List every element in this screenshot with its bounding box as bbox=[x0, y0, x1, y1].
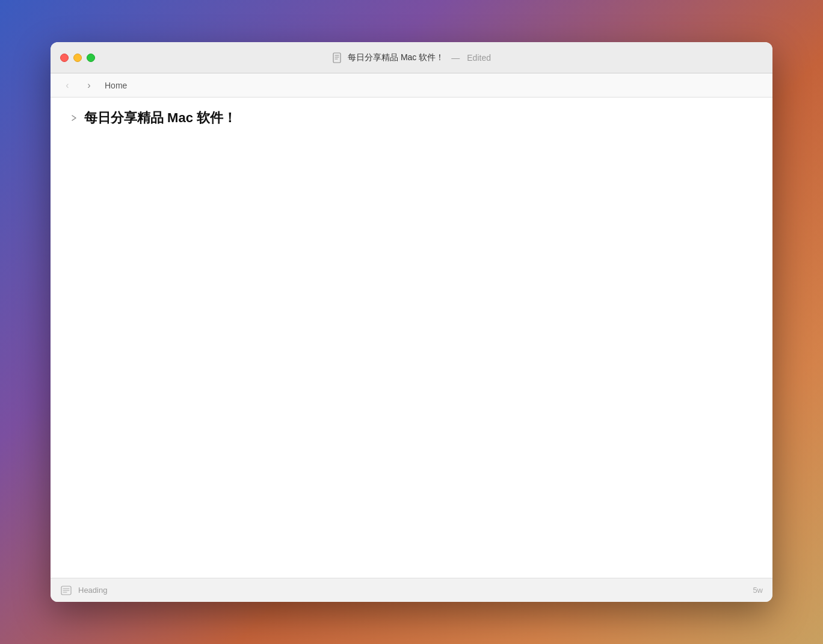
minimize-button[interactable] bbox=[73, 54, 82, 62]
forward-button[interactable]: › bbox=[81, 77, 97, 94]
window-title: 每日分享精品 Mac 软件！ bbox=[348, 52, 444, 63]
date-label: 5w bbox=[753, 586, 763, 595]
style-label: Heading bbox=[78, 586, 753, 595]
content-inner: 每日分享精品 Mac 软件！ bbox=[51, 98, 772, 139]
document-icon bbox=[332, 52, 343, 63]
titlebar-center: 每日分享精品 Mac 软件！ — Edited bbox=[332, 52, 491, 63]
navbar: ‹ › Home bbox=[51, 73, 772, 98]
maximize-button[interactable] bbox=[87, 54, 95, 62]
close-button[interactable] bbox=[60, 54, 69, 62]
forward-arrow-icon: › bbox=[87, 80, 90, 91]
traffic-lights bbox=[60, 54, 95, 62]
breadcrumb: Home bbox=[105, 81, 127, 90]
back-button[interactable]: ‹ bbox=[59, 77, 76, 94]
note-title[interactable]: 每日分享精品 Mac 软件！ bbox=[84, 110, 236, 127]
back-arrow-icon: ‹ bbox=[66, 80, 69, 91]
note-row: 每日分享精品 Mac 软件！ bbox=[69, 110, 754, 127]
statusbar: Heading 5w bbox=[51, 578, 772, 602]
titlebar: 每日分享精品 Mac 软件！ — Edited bbox=[51, 42, 772, 73]
app-window: 每日分享精品 Mac 软件！ — Edited ‹ › Home 每日分享精品 … bbox=[51, 42, 772, 602]
title-separator: — bbox=[451, 53, 460, 63]
edited-label: Edited bbox=[467, 53, 491, 63]
content-area: 每日分享精品 Mac 软件！ bbox=[51, 98, 772, 578]
format-icon bbox=[60, 584, 72, 596]
expand-arrow-icon[interactable] bbox=[69, 111, 79, 125]
svg-rect-0 bbox=[333, 53, 341, 63]
